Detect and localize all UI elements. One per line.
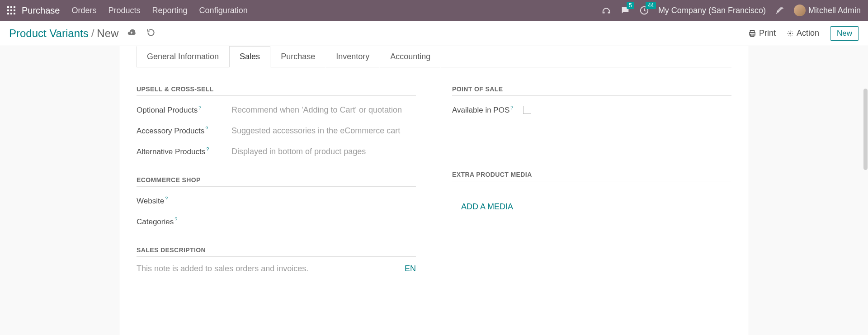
section-pos-title: POINT OF SALE: [452, 85, 731, 96]
categories-label: Categories?: [137, 217, 231, 226]
discard-icon[interactable]: [146, 28, 156, 39]
company-switcher[interactable]: My Company (San Francisco): [658, 6, 766, 15]
activities-badge: 44: [646, 2, 656, 9]
avatar: [794, 5, 806, 16]
menu-configuration[interactable]: Configuration: [199, 6, 248, 15]
menu-reporting[interactable]: Reporting: [152, 6, 188, 15]
tab-general-information[interactable]: General Information: [137, 46, 229, 67]
print-button[interactable]: Print: [748, 28, 776, 38]
accessory-products-input[interactable]: Suggested accessories in the eCommerce c…: [231, 126, 416, 136]
svg-rect-4: [10, 9, 12, 11]
svg-rect-1: [10, 6, 12, 8]
svg-rect-8: [14, 13, 15, 14]
section-media-title: EXTRA PRODUCT MEDIA: [452, 171, 731, 181]
app-name[interactable]: Purchase: [22, 5, 60, 16]
tab-accounting[interactable]: Accounting: [380, 46, 441, 67]
svg-rect-5: [14, 9, 15, 11]
help-icon[interactable]: ?: [175, 217, 177, 222]
add-media-button[interactable]: ADD A MEDIA: [461, 202, 513, 212]
cloud-save-icon[interactable]: [127, 28, 137, 39]
scrollbar-thumb[interactable]: [863, 89, 868, 170]
optional-products-input[interactable]: Recommend when 'Adding to Cart' or quota…: [231, 105, 416, 115]
accessory-products-label: Accessory Products?: [137, 126, 231, 136]
new-button[interactable]: New: [830, 26, 859, 41]
help-icon[interactable]: ?: [510, 105, 513, 110]
svg-rect-6: [7, 13, 9, 14]
left-column: UPSELL & CROSS-SELL Optional Products? R…: [137, 85, 416, 274]
help-icon[interactable]: ?: [165, 196, 168, 201]
user-name: Mitchell Admin: [808, 6, 861, 15]
svg-rect-2: [14, 6, 15, 8]
section-salesdesc-title: SALES DESCRIPTION: [137, 246, 416, 257]
optional-products-label: Optional Products?: [137, 105, 231, 115]
alternative-products-label: Alternative Products?: [137, 146, 231, 156]
help-icon[interactable]: ?: [198, 105, 201, 110]
svg-rect-0: [7, 6, 9, 8]
breadcrumb-bar: Product Variants / New Print Action New: [0, 21, 868, 46]
help-icon[interactable]: ?: [205, 126, 208, 131]
form-sheet: General Information Sales Purchase Inven…: [119, 46, 749, 335]
svg-rect-3: [7, 9, 9, 11]
support-icon[interactable]: [601, 5, 611, 15]
activities-icon[interactable]: 44: [639, 5, 649, 15]
tab-purchase[interactable]: Purchase: [270, 46, 326, 67]
debug-icon[interactable]: [775, 5, 785, 15]
messages-icon[interactable]: 5: [620, 5, 630, 15]
breadcrumb-parent[interactable]: Product Variants: [9, 27, 89, 40]
menu-products[interactable]: Products: [108, 6, 141, 15]
apps-icon[interactable]: [7, 6, 15, 14]
svg-point-13: [789, 33, 791, 34]
top-menu: Orders Products Reporting Configuration: [72, 6, 248, 15]
top-navbar: Purchase Orders Products Reporting Confi…: [0, 0, 868, 21]
breadcrumb-separator: /: [91, 27, 94, 40]
menu-orders[interactable]: Orders: [72, 6, 97, 15]
tabs: General Information Sales Purchase Inven…: [137, 46, 749, 67]
available-in-pos-checkbox[interactable]: [523, 106, 531, 114]
action-button[interactable]: Action: [787, 28, 819, 38]
section-shop-title: ECOMMERCE SHOP: [137, 176, 416, 187]
website-label: Website?: [137, 196, 231, 206]
tab-inventory[interactable]: Inventory: [326, 46, 380, 67]
topbar-right: 5 44 My Company (San Francisco) Mitchell…: [601, 5, 861, 16]
section-upsell-title: UPSELL & CROSS-SELL: [137, 85, 416, 96]
available-in-pos-label: Available in POS?: [452, 105, 513, 115]
right-column: POINT OF SALE Available in POS? EXTRA PR…: [452, 85, 731, 274]
breadcrumb-current: New: [97, 27, 118, 40]
tab-sales[interactable]: Sales: [229, 46, 270, 67]
language-toggle[interactable]: EN: [405, 264, 416, 274]
svg-rect-7: [10, 13, 12, 14]
scrollbar[interactable]: [863, 21, 868, 335]
alternative-products-input[interactable]: Displayed in bottom of product pages: [231, 147, 416, 156]
sales-description-input[interactable]: This note is added to sales orders and i…: [137, 264, 308, 273]
messages-badge: 5: [627, 2, 634, 9]
user-menu[interactable]: Mitchell Admin: [794, 5, 861, 16]
help-icon[interactable]: ?: [206, 146, 209, 152]
